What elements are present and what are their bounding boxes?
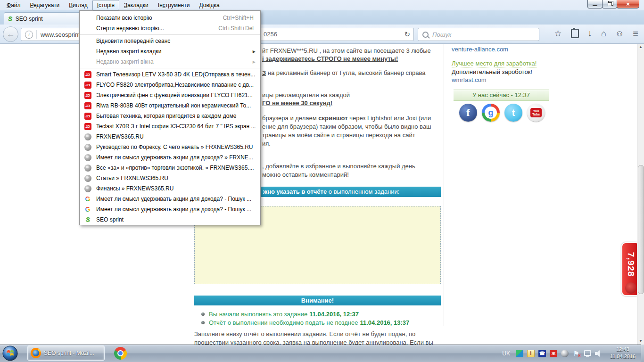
- history-menu-item[interactable]: Статьи » FRXNEWS365.RU: [80, 173, 260, 183]
- jd-icon: JD: [84, 71, 91, 78]
- close-button[interactable]: ×: [617, 0, 639, 8]
- jd-icon: JD: [84, 81, 91, 89]
- history-menu-item[interactable]: GИмеет ли смысл удерживать акции для дох…: [80, 194, 260, 204]
- taskbar-clock[interactable]: 12:43 11.04.2016: [605, 346, 640, 360]
- feedback-smiley-icon[interactable]: ☺: [615, 28, 624, 39]
- bookmarks-panel-icon[interactable]: [571, 29, 579, 38]
- seosprint-favicon-icon: S: [8, 16, 12, 22]
- history-menu-item[interactable]: JDЭлектрический фен с функцией ионизации…: [80, 90, 260, 100]
- history-menu-item[interactable]: JDSmart Телевизор LETV X3-50 3D 4K LED(О…: [80, 69, 260, 80]
- menubar-item[interactable]: Закладки: [119, 0, 153, 10]
- google-icon: G: [84, 206, 91, 213]
- menu-item-label: Статьи » FRXNEWS365.RU: [96, 175, 256, 181]
- taskbar: SEO sprint - Mozil... UK i ☎ Ж ⚑ 12:43 1…: [0, 345, 644, 362]
- search-icon: [422, 32, 429, 38]
- scroll-down-arrow-icon[interactable]: ▼: [637, 337, 644, 345]
- volume-icon[interactable]: [595, 350, 603, 357]
- site-info-icon[interactable]: i: [25, 31, 33, 39]
- no-icon: [84, 48, 91, 55]
- show-desktop-button[interactable]: [641, 345, 644, 362]
- start-button[interactable]: [2, 346, 18, 361]
- scrollbar-thumb[interactable]: [638, 165, 644, 294]
- jd-icon: JD: [84, 123, 91, 130]
- menu-item-label: Показати всю історію: [96, 15, 223, 21]
- menu-item-label: SEO sprint: [96, 216, 256, 223]
- venture-alliance-link[interactable]: venture-alliance.com: [452, 46, 508, 53]
- red-app-icon[interactable]: Ж: [550, 350, 557, 357]
- history-menu-item[interactable]: Відновити попередній сеанс: [80, 36, 260, 46]
- taskbar-chrome-icon[interactable]: [114, 347, 127, 360]
- menu-item-label: Финансы » FRXNEWS365.RU: [96, 185, 256, 192]
- page-text-line: , добавляйте в избранное и выполняйте ка…: [262, 163, 415, 170]
- menubar: ФайлРедагуватиВиглядІсторіяЗакладкиІнстр…: [0, 0, 644, 10]
- submenu-arrow-icon: ▶: [253, 60, 256, 64]
- youtube-icon[interactable]: YouTube: [527, 104, 545, 122]
- back-button[interactable]: ←: [3, 26, 18, 42]
- restore-button[interactable]: [602, 0, 617, 8]
- promo-link[interactable]: Лучшее место для заработка!: [452, 60, 537, 67]
- menubar-item[interactable]: Файл: [2, 0, 25, 10]
- page-scrollbar[interactable]: ▲ ▼: [637, 43, 644, 345]
- taskbar-firefox-button[interactable]: SEO sprint - Mozil...: [27, 346, 105, 361]
- tab-seo-sprint[interactable]: S SEO sprint: [4, 12, 83, 25]
- menubar-item[interactable]: Редагувати: [25, 0, 65, 10]
- clock-date: 11.04.2016: [605, 353, 640, 360]
- minimize-button[interactable]: [587, 0, 603, 8]
- promo-subtitle: Дополнительный зароботок!: [452, 68, 532, 75]
- history-menu-item[interactable]: Имеет ли смысл удерживать акции для дохо…: [80, 152, 260, 163]
- content-column-border: [444, 43, 444, 326]
- task-deadline-text: Отчёт о выполнении необходимо подать не …: [209, 319, 358, 326]
- history-menu-item[interactable]: SSEO sprint: [80, 214, 260, 225]
- history-menu-item[interactable]: Недавно закриті вкладки▶: [80, 46, 260, 57]
- jd-icon: JD: [84, 102, 91, 109]
- page-text-line: ицы рекламодателя на каждой: [262, 91, 350, 99]
- reload-icon[interactable]: ↻: [404, 30, 410, 39]
- language-indicator[interactable]: UK: [502, 350, 510, 357]
- site-clock-bar: У нас сейчас - 12:37: [454, 90, 549, 101]
- history-menu-item[interactable]: GИмеет ли смысл удерживать акции для дох…: [80, 204, 260, 214]
- no-icon: [84, 37, 91, 45]
- twitter-icon[interactable]: t: [504, 104, 522, 122]
- facebook-icon[interactable]: f: [459, 104, 477, 122]
- search-bar[interactable]: [418, 28, 539, 41]
- network-icon[interactable]: [584, 350, 591, 357]
- history-menu-item[interactable]: Показати всю історіюCtrl+Shift+H: [80, 13, 260, 23]
- google-icon[interactable]: g: [482, 104, 500, 122]
- history-menu-item[interactable]: Руководство по Форексу. С чего начать » …: [80, 142, 260, 152]
- system-tray: UK i ☎ Ж ⚑: [502, 345, 603, 362]
- home-icon[interactable]: ⌂: [601, 28, 606, 39]
- menubar-item[interactable]: Довідка: [194, 0, 224, 10]
- menubar-item[interactable]: Історія: [92, 0, 119, 10]
- phone-icon[interactable]: ☎: [538, 350, 546, 357]
- history-menu-item[interactable]: FRXNEWS365.RU: [80, 132, 260, 142]
- scroll-up-arrow-icon[interactable]: ▲: [637, 43, 644, 50]
- menubar-item[interactable]: Інструменти: [153, 0, 195, 10]
- windows-logo-icon: [2, 346, 18, 361]
- globe-icon: [84, 143, 91, 151]
- status-sphere-icon[interactable]: [561, 350, 569, 357]
- history-menu-item[interactable]: JDRiwa RB-803B 40Вт отрицательный ион ке…: [80, 100, 260, 111]
- search-input[interactable]: [431, 31, 539, 39]
- screen: йт FRXNEW***5.RU , на этом сайте вы посе…: [0, 0, 644, 362]
- social-icons: fgtYouTube: [459, 104, 545, 122]
- menu-item-label: Имеет ли смысл удерживать акции для дохо…: [96, 154, 256, 161]
- history-menu-item[interactable]: JDFLYCO FS820 электробритва,Независимое …: [80, 80, 260, 90]
- menu-item-label: Стерти недавню історію...: [96, 25, 218, 32]
- menu-hamburger-icon[interactable]: ≡: [633, 28, 638, 39]
- url-text-tail: 0256: [264, 31, 277, 38]
- menu-item-label: Имеет ли смысл удерживать акции для дохо…: [96, 196, 256, 202]
- cube-icon[interactable]: [516, 350, 523, 357]
- history-menu-item[interactable]: Финансы » FRXNEWS365.RU: [80, 183, 260, 194]
- wmrfast-link[interactable]: wmrfast.com: [452, 76, 487, 83]
- history-menu-item[interactable]: Все «за» и «против» торговли экзотикой. …: [80, 163, 260, 173]
- history-menu-item[interactable]: JDБытовая техника, которая пригодится в …: [80, 111, 260, 121]
- task-start-bullet: Вы начали выполнять это задание11.04.201…: [201, 311, 359, 318]
- menubar-item[interactable]: Вигляд: [64, 0, 92, 10]
- downloads-icon[interactable]: ↓: [588, 28, 593, 39]
- update-info-icon[interactable]: i: [527, 350, 535, 357]
- history-menu-item[interactable]: Стерти недавню історію...Ctrl+Shift+Del: [80, 23, 260, 33]
- action-center-flag-icon[interactable]: ⚑: [572, 350, 580, 357]
- globe-icon: [84, 185, 91, 192]
- history-menu-item[interactable]: JDTeclast X70R 3 г Intel софия X3-C3230 …: [80, 121, 260, 132]
- bookmark-star-icon[interactable]: ☆: [554, 28, 561, 39]
